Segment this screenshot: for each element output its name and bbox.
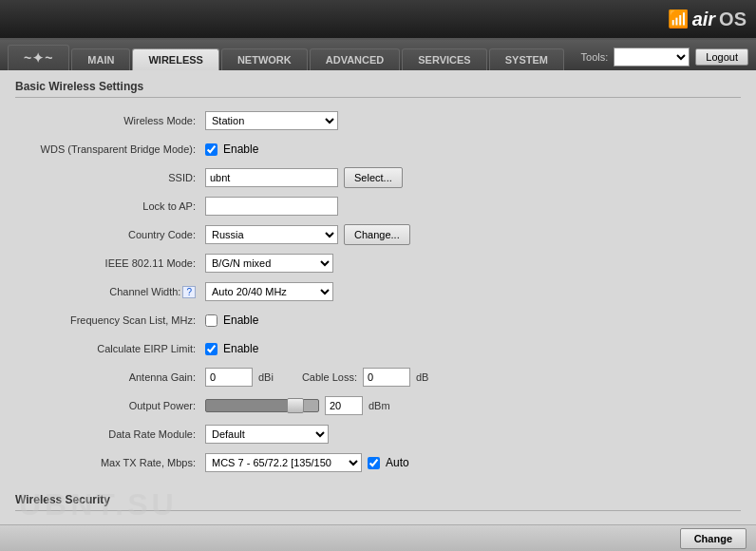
- wireless-mode-label: Wireless Mode:: [15, 115, 205, 126]
- wireless-mode-control: Station Access Point: [205, 111, 741, 130]
- antenna-gain-item: dBi: [205, 368, 274, 387]
- tools-label: Tools:: [581, 51, 609, 63]
- output-power-slider[interactable]: [205, 399, 319, 412]
- antenna-gain-unit: dBi: [258, 371, 274, 383]
- nav-bar: ~✦~ MAIN WIRELESS NETWORK ADVANCED SERVI…: [0, 40, 756, 70]
- max-tx-select[interactable]: MCS 7 - 65/72.2 [135/150: [205, 453, 362, 472]
- freq-scan-label: Frequency Scan List, MHz:: [15, 314, 205, 326]
- dual-col: dBi Cable Loss: dB: [205, 368, 428, 387]
- calc-eirp-checkbox[interactable]: [205, 343, 217, 355]
- antenna-gain-label: Antenna Gain:: [15, 371, 205, 383]
- nav-tab-advanced[interactable]: ADVANCED: [310, 48, 401, 70]
- logo-air: air: [692, 9, 715, 30]
- calc-eirp-row: Calculate EIRP Limit: Enable: [15, 337, 741, 360]
- lock-ap-label: Lock to AP:: [15, 200, 205, 212]
- country-row: Country Code: Russia United States Chang…: [15, 223, 741, 246]
- country-change-button[interactable]: Change...: [344, 224, 410, 245]
- channel-width-select[interactable]: Auto 20/40 MHz 20 MHz 40 MHz: [205, 282, 333, 301]
- watermark: UBNT.SU: [19, 487, 178, 522]
- max-tx-auto-text: Auto: [386, 456, 409, 469]
- lock-ap-input[interactable]: [205, 197, 338, 216]
- ssid-select-button[interactable]: Select...: [344, 167, 403, 188]
- ieee-label: IEEE 802.11 Mode:: [15, 257, 205, 269]
- header: 📶 airOS: [0, 0, 756, 40]
- data-rate-control: Default Custom: [205, 425, 741, 444]
- data-rate-label: Data Rate Module:: [15, 428, 205, 440]
- slider-thumb: [287, 398, 304, 413]
- ssid-row: SSID: Select...: [15, 166, 741, 189]
- logout-button[interactable]: Logout: [695, 48, 748, 66]
- freq-scan-checkbox[interactable]: [205, 314, 217, 327]
- basic-wireless-section-title: Basic Wireless Settings: [15, 80, 741, 98]
- wireless-mode-row: Wireless Mode: Station Access Point: [15, 109, 741, 132]
- change-button[interactable]: Change: [680, 528, 747, 549]
- output-power-input[interactable]: [325, 396, 363, 415]
- data-rate-select[interactable]: Default Custom: [205, 425, 329, 444]
- channel-width-label: Channel Width:?: [15, 286, 205, 297]
- logo: 📶 airOS: [668, 9, 747, 30]
- slider-container: dBm: [205, 396, 390, 415]
- wifi-icon: 📶: [668, 9, 689, 29]
- bottom-bar: Change: [0, 524, 756, 551]
- cable-loss-item: Cable Loss: dB: [302, 368, 429, 387]
- max-tx-auto-checkbox[interactable]: [368, 457, 380, 469]
- nav-right: Tools: Logout: [581, 48, 748, 70]
- freq-scan-row: Frequency Scan List, MHz: Enable: [15, 309, 741, 332]
- nav-tab-system[interactable]: SYSTEM: [489, 48, 564, 70]
- nav-tab-main[interactable]: MAIN: [71, 48, 130, 70]
- freq-scan-text: Enable: [223, 314, 258, 327]
- ssid-label: SSID:: [15, 172, 205, 183]
- calc-eirp-control: Enable: [205, 342, 741, 355]
- cable-loss-input[interactable]: [363, 368, 410, 387]
- nav-tab-services[interactable]: SERVICES: [402, 48, 486, 70]
- tools-dropdown[interactable]: [614, 48, 690, 66]
- country-label: Country Code:: [15, 229, 205, 240]
- channel-width-row: Channel Width:? Auto 20/40 MHz 20 MHz 40…: [15, 280, 741, 303]
- max-tx-control: MCS 7 - 65/72.2 [135/150 Auto: [205, 453, 741, 472]
- antenna-cable-row: Antenna Gain: dBi Cable Loss: dB: [15, 366, 741, 389]
- wds-checkbox[interactable]: [205, 143, 217, 156]
- antenna-gain-input[interactable]: [205, 368, 253, 387]
- wds-label: WDS (Transparent Bridge Mode):: [15, 143, 205, 155]
- country-select[interactable]: Russia United States: [205, 225, 338, 244]
- logo-os: OS: [719, 9, 747, 30]
- calc-eirp-label: Calculate EIRP Limit:: [15, 343, 205, 354]
- lock-ap-row: Lock to AP:: [15, 195, 741, 218]
- calc-eirp-text: Enable: [223, 342, 258, 355]
- ieee-select[interactable]: B/G/N mixed B only G only N only: [205, 254, 333, 273]
- output-power-row: Output Power: dBm: [15, 394, 741, 417]
- nav-tab-wireless[interactable]: WIRELESS: [132, 48, 218, 70]
- max-tx-row: Max TX Rate, Mbps: MCS 7 - 65/72.2 [135/…: [15, 451, 741, 474]
- data-rate-row: Data Rate Module: Default Custom: [15, 423, 741, 446]
- ieee-row: IEEE 802.11 Mode: B/G/N mixed B only G o…: [15, 252, 741, 275]
- nav-tab-network[interactable]: NETWORK: [221, 48, 308, 70]
- cable-loss-unit: dB: [416, 371, 428, 383]
- main-content: Basic Wireless Settings Wireless Mode: S…: [0, 70, 756, 551]
- ieee-control: B/G/N mixed B only G only N only: [205, 254, 741, 273]
- freq-scan-control: Enable: [205, 314, 741, 327]
- wds-text: Enable: [223, 142, 258, 156]
- output-power-unit: dBm: [369, 400, 390, 411]
- wireless-mode-select[interactable]: Station Access Point: [205, 111, 338, 130]
- channel-width-control: Auto 20/40 MHz 20 MHz 40 MHz: [205, 282, 741, 301]
- max-tx-label: Max TX Rate, Mbps:: [15, 457, 205, 468]
- ssid-control: Select...: [205, 167, 741, 188]
- ssid-input[interactable]: [205, 168, 338, 187]
- wds-row: WDS (Transparent Bridge Mode): Enable: [15, 138, 741, 161]
- lock-ap-control: [205, 197, 741, 216]
- cable-loss-label: Cable Loss:: [302, 371, 357, 383]
- output-power-label: Output Power:: [15, 400, 205, 411]
- antenna-cable-control: dBi Cable Loss: dB: [205, 368, 741, 387]
- wds-control: Enable: [205, 142, 741, 156]
- country-control: Russia United States Change...: [205, 224, 741, 245]
- nav-tab-logo[interactable]: ~✦~: [8, 45, 69, 70]
- output-power-control: dBm: [205, 396, 741, 415]
- channel-width-help[interactable]: ?: [182, 286, 196, 298]
